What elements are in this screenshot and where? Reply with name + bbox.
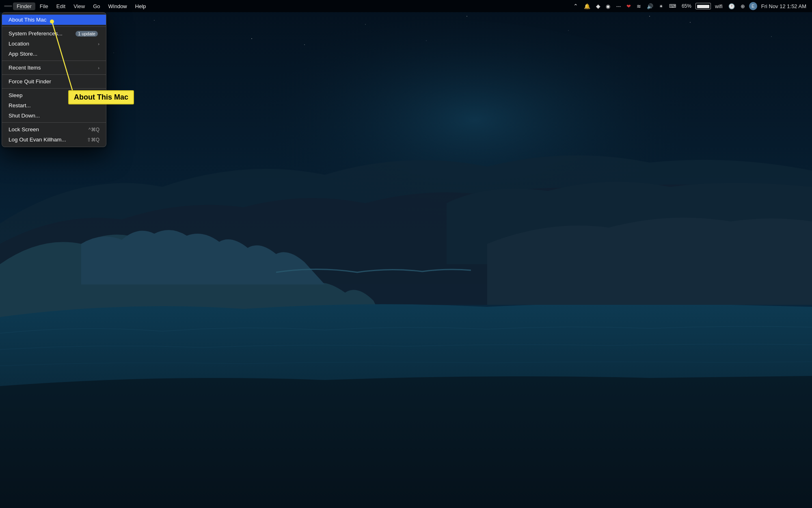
notification-center-icon[interactable]: 🔔 [582, 2, 592, 10]
svg-point-10 [113, 52, 114, 53]
menubar-file[interactable]: File [36, 2, 52, 10]
dots-icon[interactable]: ···· [614, 2, 622, 10]
menu-item-recent-items[interactable]: Recent Items › [2, 63, 106, 73]
svg-point-5 [365, 24, 366, 25]
menu-separator-4 [2, 88, 106, 89]
svg-point-8 [690, 22, 691, 23]
desktop-background [0, 0, 812, 508]
svg-point-13 [649, 16, 650, 17]
time-machine-icon[interactable]: 🕐 [727, 2, 736, 10]
apple-menu-button[interactable] [4, 5, 12, 7]
photos-icon[interactable]: ◉ [604, 2, 612, 10]
menu-item-system-prefs[interactable]: System Preferences... 1 update [2, 28, 106, 39]
bluetooth-icon[interactable]: ✴ [657, 2, 665, 10]
menu-separator-1 [2, 26, 106, 27]
svg-point-3 [154, 20, 155, 21]
user-icon[interactable]: E [749, 2, 757, 10]
highlight-dot [50, 20, 54, 24]
volume-icon[interactable]: 🔊 [645, 2, 655, 10]
menubar-finder[interactable]: Finder [13, 2, 35, 10]
svg-point-4 [251, 38, 252, 39]
menubar-edit[interactable]: Edit [53, 2, 69, 10]
menubar-view[interactable]: View [70, 2, 89, 10]
menubar-right: ⌃ 🔔 ◈ ◉ ···· ❤ ≋ 🔊 ✴ ⌨ 65% wifi 🕐 ⊕ E Fr… [572, 2, 808, 10]
svg-point-12 [426, 40, 426, 41]
menubar-window[interactable]: Window [105, 2, 131, 10]
svg-point-6 [466, 16, 467, 17]
datetime[interactable]: Fri Nov 12 1:52 AM [760, 2, 808, 10]
menu-item-location[interactable]: Location › [2, 39, 106, 49]
airdrop-icon[interactable]: ⊕ [739, 2, 747, 10]
menu-item-log-out[interactable]: Log Out Evan Killham... ⇧⌘Q [2, 135, 106, 145]
dropbox-icon[interactable]: ◈ [594, 2, 602, 10]
keyboard-icon[interactable]: ⌨ [667, 2, 678, 10]
menubar: Finder File Edit View Go Window Help ⌃ 🔔… [0, 0, 812, 12]
annotation-label: About This Mac [68, 90, 134, 104]
svg-point-11 [304, 44, 305, 45]
recent-items-arrow-icon: › [98, 65, 99, 70]
menu-item-about[interactable]: About This Mac [2, 15, 106, 25]
apple-dropdown-menu: About This Mac System Preferences... 1 u… [2, 12, 106, 147]
menu-item-app-store[interactable]: App Store... [2, 49, 106, 59]
location-arrow-icon: › [98, 41, 99, 46]
game-center-icon[interactable]: ⌃ [572, 2, 580, 10]
menu-separator-5 [2, 122, 106, 123]
menu-separator-3 [2, 74, 106, 75]
menubar-left: Finder File Edit View Go Window Help [4, 2, 150, 10]
battery-percentage[interactable]: 65% [680, 2, 693, 10]
menubar-go[interactable]: Go [89, 2, 104, 10]
menu-item-lock-screen[interactable]: Lock Screen ^⌘Q [2, 124, 106, 135]
battery-icon[interactable] [695, 3, 711, 9]
menu-item-force-quit[interactable]: Force Quit Finder [2, 76, 106, 87]
wifi-icon[interactable]: wifi [713, 2, 724, 10]
wifi-alt-icon[interactable]: ≋ [635, 2, 643, 10]
menubar-help[interactable]: Help [132, 2, 150, 10]
menu-item-shut-down[interactable]: Shut Down... [2, 111, 106, 121]
background-landscape [0, 0, 812, 508]
svg-point-9 [771, 36, 772, 37]
menu-separator-2 [2, 61, 106, 61]
activity-icon[interactable]: ❤ [625, 2, 633, 10]
svg-point-7 [568, 30, 568, 30]
